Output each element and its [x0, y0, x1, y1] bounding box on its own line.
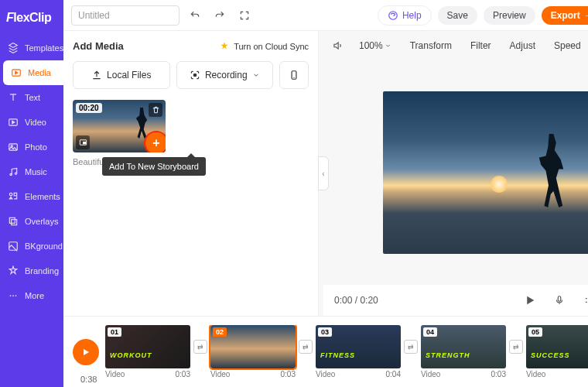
- time-display: 0:00 / 0:20: [334, 295, 378, 306]
- save-button[interactable]: Save: [438, 6, 477, 25]
- nav-overlays[interactable]: Overlays: [0, 209, 63, 234]
- nav-templates[interactable]: Templates: [0, 36, 63, 60]
- nav-branding[interactable]: Branding: [0, 259, 63, 283]
- topbar: Help Save Preview Export → Sign Up: [63, 0, 588, 31]
- filter-tool[interactable]: Filter: [464, 37, 497, 54]
- svg-rect-7: [14, 193, 17, 196]
- nav-bkground[interactable]: BKground: [0, 234, 63, 259]
- nav-video[interactable]: Video: [0, 110, 63, 135]
- nav-more[interactable]: More: [0, 283, 63, 308]
- svg-rect-8: [9, 217, 15, 223]
- split-button[interactable]: [579, 291, 588, 310]
- svg-point-13: [15, 295, 17, 296]
- svg-point-14: [389, 11, 398, 19]
- clip-duration: 00:20: [76, 103, 102, 113]
- pip-button[interactable]: [76, 135, 90, 149]
- svg-point-11: [10, 295, 12, 296]
- nav-music[interactable]: Music: [0, 159, 63, 184]
- redo-button[interactable]: [210, 6, 229, 25]
- export-button[interactable]: Export →: [542, 6, 588, 25]
- svg-rect-18: [83, 142, 85, 144]
- arrow-right-icon: →: [584, 10, 588, 21]
- timeline-play-button[interactable]: [73, 339, 99, 365]
- timeline-clip[interactable]: 04STRENGTH Video0:03: [421, 325, 506, 378]
- timeline-clip[interactable]: 05SUCCESS Video0:03: [526, 325, 588, 378]
- preview-canvas[interactable]: [383, 91, 588, 254]
- sidebar: FlexClip Templates Media Text Video Phot…: [0, 0, 63, 387]
- transition-button[interactable]: ⇄: [193, 340, 207, 354]
- svg-rect-9: [12, 220, 17, 225]
- cloud-sync-toggle[interactable]: Turn on Cloud Sync: [219, 41, 309, 52]
- svg-point-4: [10, 173, 12, 175]
- svg-point-15: [193, 74, 197, 77]
- delete-clip-button[interactable]: [149, 103, 162, 117]
- transition-button[interactable]: ⇄: [509, 340, 523, 354]
- nav-media[interactable]: Media: [3, 60, 63, 85]
- mobile-upload-button[interactable]: [279, 61, 309, 89]
- timeline-clip[interactable]: 02 Video0:03: [210, 325, 296, 378]
- panel-title: Add Media: [73, 40, 124, 52]
- tooltip: Add To New Storyboard: [102, 157, 206, 176]
- svg-point-12: [12, 295, 14, 296]
- svg-point-6: [9, 193, 12, 196]
- recording-button[interactable]: Recording: [176, 61, 274, 89]
- media-panel: Add Media Turn on Cloud Sync Local Files…: [63, 31, 319, 316]
- nav-text[interactable]: Text: [0, 85, 63, 110]
- media-clip[interactable]: 00:20 + Beautiful Add To New Storyboard: [73, 100, 166, 166]
- nav-elements[interactable]: Elements: [0, 184, 63, 209]
- mic-button[interactable]: [550, 291, 569, 310]
- timeline: 0:38 01WORKOUT Video0:03 ⇄ 02 Video0:03 …: [63, 316, 588, 387]
- timeline-clip[interactable]: 01WORKOUT Video0:03: [105, 325, 190, 378]
- preview-button[interactable]: Preview: [484, 6, 535, 25]
- nav-photo[interactable]: Photo: [0, 135, 63, 159]
- transition-button[interactable]: ⇄: [404, 340, 418, 354]
- fullscreen-button[interactable]: [235, 6, 254, 25]
- local-files-button[interactable]: Local Files: [73, 61, 170, 89]
- project-title-input[interactable]: [71, 5, 179, 26]
- svg-rect-20: [558, 296, 561, 301]
- speed-tool[interactable]: Speed: [548, 37, 587, 54]
- add-to-storyboard-button[interactable]: +: [145, 132, 166, 152]
- zoom-select[interactable]: 100%: [353, 37, 398, 54]
- chevron-down-icon: [252, 70, 260, 80]
- playhead-time: 0:38: [80, 375, 97, 384]
- timeline-clip[interactable]: 03FITNESS Video0:04: [316, 325, 401, 378]
- undo-button[interactable]: [186, 6, 204, 25]
- volume-button[interactable]: [328, 36, 347, 55]
- logo: FlexClip: [0, 8, 63, 36]
- svg-point-5: [15, 173, 16, 174]
- adjust-tool[interactable]: Adjust: [504, 37, 542, 54]
- preview-panel: ‹ 100% Transform Filter Adjust Speed 0:0: [319, 31, 588, 316]
- play-button[interactable]: [521, 291, 539, 310]
- transition-button[interactable]: ⇄: [299, 340, 313, 354]
- help-button[interactable]: Help: [378, 5, 432, 26]
- transform-tool[interactable]: Transform: [404, 37, 458, 54]
